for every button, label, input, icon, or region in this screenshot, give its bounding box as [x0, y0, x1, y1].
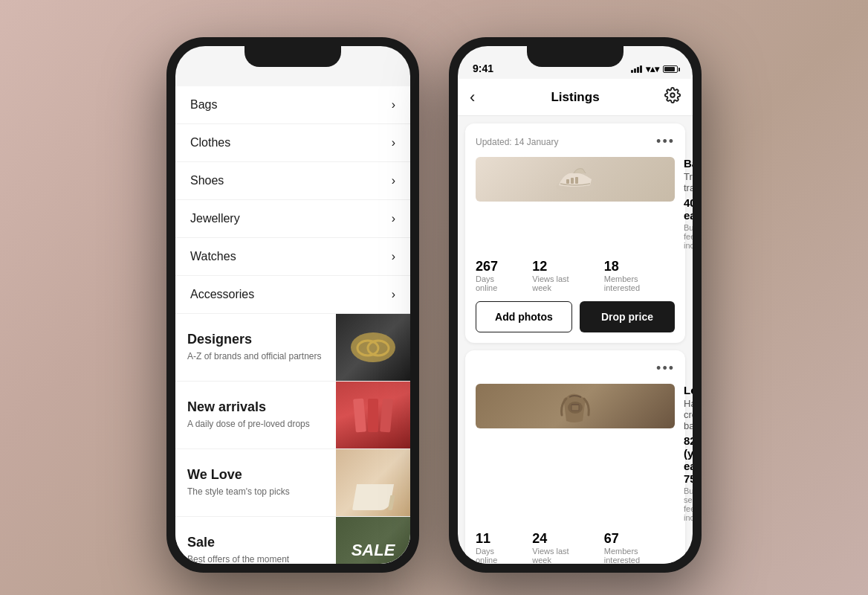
svg-point-0: [357, 341, 378, 356]
product-fee-balenciaga: Buyer service fee not included i: [684, 223, 693, 250]
left-phone: Bags › Clothes › Shoes › Jewellery › Wat…: [166, 37, 419, 573]
featured-designers-title: Designers: [187, 332, 324, 347]
stat-days-value-balenciaga: 267: [476, 259, 517, 274]
featured-we-love-title: We Love: [187, 467, 324, 483]
card-actions-balenciaga: Add photos Drop price: [476, 301, 675, 332]
category-accessories-label: Accessories: [190, 288, 254, 301]
featured-sale-text: Sale Best offers of the moment: [175, 517, 336, 564]
product-name-loewe: Hammock crossbody bag: [684, 398, 693, 431]
featured-sale-image: SALE: [336, 517, 410, 564]
featured-sale[interactable]: Sale Best offers of the moment SALE: [175, 517, 410, 564]
product-price-loewe: 820€ (you earn 753€): [684, 434, 693, 485]
product-info-loewe: Loewe Hammock crossbody bag 820€ (you ea…: [684, 384, 693, 522]
right-phone: 9:41 ▾▴▾ ‹ Listings: [449, 37, 702, 573]
listing-card-balenciaga: Updated: 14 January •••: [465, 123, 685, 343]
drop-price-button-balenciaga[interactable]: Drop price: [580, 301, 675, 332]
stat-views-value-balenciaga: 12: [532, 259, 589, 274]
category-clothes[interactable]: Clothes ›: [175, 124, 410, 162]
category-jewellery-label: Jewellery: [190, 212, 240, 225]
category-watches-label: Watches: [190, 250, 236, 263]
stat-days-label-loewe: Days online: [476, 547, 517, 564]
featured-we-love[interactable]: We Love The style team's top picks: [175, 449, 410, 517]
card-stats-loewe: 11 Days online 24 Views last week 67 Mem…: [476, 531, 675, 564]
stat-views-loewe: 24 Views last week: [532, 531, 589, 564]
featured-we-love-image: [336, 449, 410, 516]
svg-point-2: [670, 93, 675, 97]
more-options-balenciaga[interactable]: •••: [656, 134, 675, 149]
back-button[interactable]: ‹: [470, 88, 475, 107]
phones-container: Bags › Clothes › Shoes › Jewellery › Wat…: [166, 22, 702, 573]
product-loewe: Loewe Hammock crossbody bag 820€ (you ea…: [476, 384, 675, 522]
stat-views-balenciaga: 12 Views last week: [532, 259, 589, 292]
signal-icon: [631, 65, 642, 73]
svg-rect-6: [575, 177, 578, 184]
stat-members-label-loewe: Members interested: [604, 547, 675, 564]
chevron-icon: ›: [392, 212, 395, 225]
chevron-icon: ›: [392, 288, 395, 301]
chevron-icon: ›: [392, 136, 395, 149]
stat-views-value-loewe: 24: [532, 531, 589, 547]
category-bags-label: Bags: [190, 98, 217, 112]
settings-button[interactable]: [664, 87, 681, 107]
stat-days-balenciaga: 267 Days online: [476, 259, 517, 292]
card-header-loewe: •••: [476, 361, 675, 376]
category-shoes-label: Shoes: [190, 174, 224, 187]
status-icons: ▾▴▾: [631, 64, 678, 74]
right-notch: [527, 46, 624, 67]
featured-we-love-text: We Love The style team's top picks: [175, 449, 336, 516]
stat-members-balenciaga: 18 Members interested: [604, 259, 675, 292]
featured-we-love-desc: The style team's top picks: [187, 486, 324, 498]
stat-members-loewe: 67 Members interested: [604, 531, 675, 564]
card-header-balenciaga: Updated: 14 January •••: [476, 134, 675, 149]
wifi-icon: ▾▴▾: [646, 64, 659, 74]
stat-members-label-balenciaga: Members interested: [604, 274, 675, 292]
featured-sale-desc: Best offers of the moment: [187, 553, 324, 564]
category-jewellery[interactable]: Jewellery ›: [175, 200, 410, 238]
stat-days-label-balenciaga: Days online: [476, 274, 517, 292]
svg-rect-4: [566, 179, 569, 184]
battery-icon: [663, 65, 678, 73]
left-phone-screen: Bags › Clothes › Shoes › Jewellery › Wat…: [175, 46, 410, 564]
featured-new-arrivals-text: New arrivals A daily dose of pre-loved d…: [175, 382, 336, 448]
chevron-icon: ›: [392, 250, 395, 263]
featured-new-arrivals-title: New arrivals: [187, 399, 324, 415]
svg-rect-5: [571, 178, 574, 184]
featured-new-arrivals-desc: A daily dose of pre-loved drops: [187, 418, 324, 431]
product-name-balenciaga: Triple S low trainers: [684, 171, 693, 193]
featured-designers-image: [336, 314, 410, 381]
add-photos-button-balenciaga[interactable]: Add photos: [476, 301, 572, 332]
listing-card-loewe: •••: [465, 350, 685, 564]
card-stats-balenciaga: 267 Days online 12 Views last week 18 Me…: [476, 259, 675, 292]
product-brand-balenciaga: Balenciaga: [684, 157, 693, 170]
category-accessories[interactable]: Accessories ›: [175, 276, 410, 314]
product-image-loewe: [476, 384, 675, 428]
stat-days-loewe: 11 Days online: [476, 531, 517, 564]
featured-designers-text: Designers A-Z of brands and official par…: [175, 314, 336, 381]
category-shoes[interactable]: Shoes ›: [175, 162, 410, 200]
listing-updated-balenciaga: Updated: 14 January: [476, 137, 558, 147]
left-notch: [244, 46, 341, 67]
product-brand-loewe: Loewe: [684, 384, 693, 396]
product-image-balenciaga: [476, 157, 675, 202]
listings-scroll[interactable]: Updated: 14 January •••: [458, 116, 693, 564]
status-time: 9:41: [473, 62, 493, 74]
right-phone-screen: 9:41 ▾▴▾ ‹ Listings: [458, 46, 693, 564]
category-clothes-label: Clothes: [190, 136, 230, 149]
featured-sale-title: Sale: [187, 535, 324, 550]
stat-days-value-loewe: 11: [476, 531, 517, 547]
featured-new-arrivals[interactable]: New arrivals A daily dose of pre-loved d…: [175, 382, 410, 449]
more-options-loewe[interactable]: •••: [656, 361, 675, 376]
product-info-balenciaga: Balenciaga Triple S low trainers 400€ (y…: [684, 157, 693, 250]
stat-views-label-balenciaga: Views last week: [532, 274, 589, 292]
product-balenciaga: Balenciaga Triple S low trainers 400€ (y…: [476, 157, 675, 250]
app-header: ‹ Listings: [458, 79, 693, 116]
category-list: Bags › Clothes › Shoes › Jewellery › Wat…: [175, 86, 410, 314]
stat-members-value-loewe: 67: [604, 531, 675, 547]
featured-designers-desc: A-Z of brands and official partners: [187, 350, 324, 363]
stat-members-value-balenciaga: 18: [604, 259, 675, 274]
category-bags[interactable]: Bags ›: [175, 86, 410, 124]
category-watches[interactable]: Watches ›: [175, 238, 410, 276]
featured-new-arrivals-image: [336, 382, 410, 448]
stat-views-label-loewe: Views last week: [532, 547, 589, 564]
featured-designers[interactable]: Designers A-Z of brands and official par…: [175, 314, 410, 382]
